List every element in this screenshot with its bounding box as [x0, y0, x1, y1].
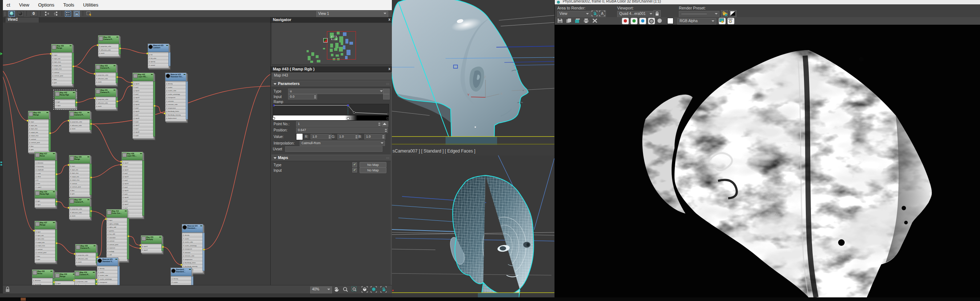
- node-port[interactable]: mix3: [133, 99, 153, 103]
- maps-rollout[interactable]: Maps: [271, 154, 391, 161]
- node-port[interactable]: contrast: [107, 239, 127, 243]
- material-name-field[interactable]: Map #43: [272, 73, 392, 80]
- maps-input-checkbox[interactable]: ✔: [352, 168, 357, 172]
- node-port[interactable]: input1: [122, 161, 143, 165]
- node-port[interactable]: mix7: [133, 127, 153, 131]
- node-output-socket[interactable]: [142, 161, 145, 216]
- node-output-socket[interactable]: [127, 218, 129, 259]
- node-wire[interactable]: [57, 165, 68, 174]
- node-port[interactable]: scatter: [165, 86, 186, 89]
- node-port[interactable]: scale: [35, 172, 56, 175]
- node-port[interactable]: exposure: [107, 246, 127, 250]
- node-port[interactable]: distortion: [35, 161, 56, 165]
- node-port[interactable]: bias: [51, 78, 72, 81]
- node-port[interactable]: color1: [35, 186, 56, 189]
- point-up-button[interactable]: [382, 121, 388, 127]
- node-header[interactable]: Standard...Standard...: [171, 268, 192, 276]
- gradient-key-marker[interactable]: [347, 117, 349, 120]
- node-port[interactable]: input_min: [28, 124, 49, 127]
- viewport-wireframe-head[interactable]: [392, 155, 554, 297]
- node-minimize-icon[interactable]: [53, 191, 55, 192]
- node-port[interactable]: multiply: [107, 250, 127, 253]
- node-port[interactable]: blackbody_intensity: [165, 113, 186, 117]
- graph-node[interactable]: Map #23Camera P...projection_coloroffscr…: [95, 64, 116, 85]
- node-port[interactable]: input: [28, 120, 49, 124]
- green-channel-button[interactable]: [631, 18, 638, 24]
- clear-image-button[interactable]: [592, 18, 598, 24]
- menu-item-clipped[interactable]: ct: [3, 0, 14, 8]
- graph-node[interactable]: Map #31Multiplyinput1input2: [141, 235, 162, 253]
- node-port[interactable]: input1: [141, 245, 162, 248]
- node-port[interactable]: input2: [141, 248, 162, 252]
- node-port[interactable]: offscreen_color: [69, 124, 90, 127]
- node-port[interactable]: transparent: [182, 247, 203, 251]
- point-no-spinner[interactable]: 1: [296, 121, 381, 127]
- monochrome-button[interactable]: [648, 18, 655, 24]
- hide-maps-button[interactable]: [18, 11, 24, 17]
- node-port[interactable]: gain: [35, 258, 56, 261]
- gamma-button[interactable]: [729, 10, 737, 17]
- graph-node[interactable]: Map #42Layer RG...input1mix1input2mix2in…: [132, 73, 154, 139]
- type-dropdown[interactable]: u: [288, 89, 384, 94]
- panel-titlebar[interactable]: Map #43 ( Ramp Rgb ) x: [270, 67, 392, 72]
- tab-view1[interactable]: View1: [5, 17, 39, 22]
- graph-node[interactable]: Map #16Rangeinputinput_mininput_maxoutpu…: [54, 272, 76, 285]
- node-minimize-icon[interactable]: [114, 90, 115, 91]
- layout-children-icon[interactable]: [44, 11, 50, 17]
- node-port[interactable]: gain: [28, 148, 49, 151]
- rendered-image[interactable]: [555, 25, 980, 297]
- ramp-key-handle[interactable]: [387, 113, 388, 115]
- node-port[interactable]: lacunarity: [32, 282, 53, 285]
- node-port[interactable]: input: [107, 218, 127, 222]
- node-port[interactable]: input_max: [51, 60, 72, 64]
- node-output-socket[interactable]: [55, 229, 57, 261]
- g-spinner[interactable]: 1.0: [337, 134, 358, 139]
- node-port[interactable]: input1: [133, 82, 153, 86]
- graph-node[interactable]: Map #37Camera P...projection_coloroffscr…: [69, 198, 90, 219]
- node-output-socket[interactable]: [169, 52, 170, 66]
- node-port[interactable]: mix1: [122, 165, 143, 169]
- node-header[interactable]: Map #34Ramp Rgb: [35, 190, 56, 199]
- node-minimize-icon[interactable]: [53, 153, 55, 154]
- node-header[interactable]: Map #37Camera P...: [69, 198, 90, 207]
- ramp-gradient-bar[interactable]: [273, 115, 389, 121]
- pan-to-selected-icon[interactable]: [380, 286, 387, 293]
- node-port[interactable]: mesh: [75, 260, 96, 264]
- position-spinner[interactable]: 0.647: [296, 127, 388, 133]
- node-header[interactable]: Map #24Range: [28, 111, 49, 119]
- node-port[interactable]: projection_color: [69, 207, 90, 211]
- node-port[interactable]: temperature: [182, 258, 203, 261]
- node-minimize-icon[interactable]: [166, 45, 168, 46]
- uvset-field[interactable]: [285, 147, 382, 152]
- node-port[interactable]: scatter: [97, 271, 118, 274]
- input-map-slot-button[interactable]: [383, 94, 390, 99]
- node-wire[interactable]: [3, 54, 51, 65]
- navigator-close-icon[interactable]: x: [388, 18, 390, 21]
- node-port[interactable]: input_min: [35, 234, 56, 237]
- node-port[interactable]: offset: [35, 175, 56, 178]
- node-port[interactable]: mix5: [122, 193, 143, 196]
- node-minimize-icon[interactable]: [116, 37, 118, 37]
- node-header[interactable]: Map #20Range: [51, 44, 72, 53]
- node-port[interactable]: input: [35, 230, 56, 234]
- node-port[interactable]: P: [35, 178, 56, 182]
- node-port[interactable]: mesh: [69, 127, 90, 131]
- node-port[interactable]: input6: [122, 196, 143, 199]
- node-output-socket[interactable]: [95, 279, 97, 285]
- node-port[interactable]: projection_color: [75, 253, 96, 257]
- node-minimize-icon[interactable]: [184, 74, 185, 75]
- node-port[interactable]: contrast: [51, 71, 72, 75]
- node-port[interactable]: contrast_pivot: [51, 74, 72, 78]
- zoom-tool-icon[interactable]: [342, 286, 349, 293]
- render-setup-button[interactable]: [721, 10, 728, 17]
- node-port[interactable]: emission: [165, 99, 186, 103]
- value-color-swatch[interactable]: [296, 133, 303, 140]
- node-port[interactable]: input4: [122, 182, 143, 186]
- viewport-label-bar[interactable]: sCamera007 ] [ Standard ] [ Edged Faces …: [392, 145, 554, 155]
- node-minimize-icon[interactable]: [73, 92, 75, 93]
- node-port[interactable]: mix6: [122, 199, 143, 203]
- graph-node[interactable]: Map #27Rangeinputinput_mininput_maxoutpu…: [35, 221, 56, 263]
- node-port[interactable]: input: [55, 104, 75, 107]
- node-header[interactable]: Map #27Range: [35, 221, 56, 229]
- graph-node[interactable]: Map #20Rangeinputinput_mininput_maxoutpu…: [51, 44, 73, 86]
